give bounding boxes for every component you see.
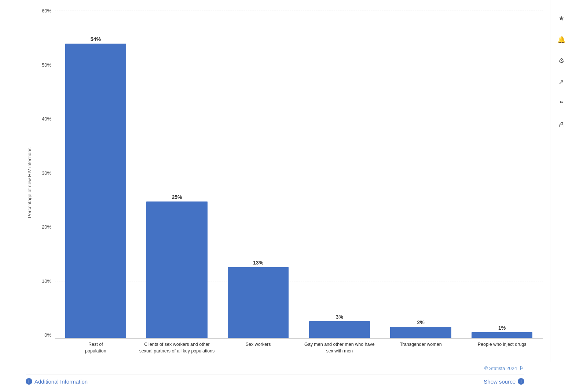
bar-group: 2%	[380, 11, 462, 338]
x-label: Gay men and other men who have sex with …	[299, 341, 380, 354]
bar	[65, 44, 126, 338]
x-label: Sex workers	[217, 341, 299, 354]
flag-icon: 🏳	[519, 365, 524, 371]
bar-value: 13%	[253, 260, 263, 266]
star-icon[interactable]: ★	[554, 11, 569, 26]
bar	[309, 321, 370, 338]
bar-group: 13%	[217, 11, 299, 338]
sidebar: ★🔔⚙↗❝🖨	[550, 0, 572, 362]
grid-label: 30%	[37, 170, 51, 176]
show-source-button[interactable]: Show source i	[484, 378, 524, 385]
bar-group: 54%	[55, 11, 136, 338]
print-icon[interactable]: 🖨	[554, 117, 569, 132]
bar-value: 25%	[172, 194, 182, 200]
bar	[146, 201, 207, 338]
y-axis-label: Percentage of new HIV infections	[26, 11, 33, 354]
bar-value: 2%	[417, 319, 424, 325]
info-icon: i	[26, 378, 32, 385]
bar-group: 3%	[299, 11, 380, 338]
gear-icon[interactable]: ⚙	[554, 53, 569, 68]
grid-label: 40%	[37, 116, 51, 122]
share-icon[interactable]: ↗	[554, 75, 569, 89]
bar-value: 54%	[91, 36, 101, 42]
bar	[472, 332, 532, 338]
bar-value: 3%	[336, 314, 343, 320]
bar-group: 1%	[461, 11, 543, 338]
grid-label: 20%	[37, 224, 51, 230]
source-info-icon: i	[518, 378, 524, 385]
statista-credit: © Statista 2024 🏳	[26, 365, 524, 373]
grid-label: 10%	[37, 278, 51, 284]
x-label: People who inject drugs	[461, 341, 543, 354]
bar-group: 25%	[136, 11, 218, 338]
bar	[390, 327, 451, 338]
grid-label: 50%	[37, 62, 51, 68]
bar-value: 1%	[498, 325, 506, 331]
bar	[228, 267, 289, 338]
additional-info-button[interactable]: i Additional Information	[26, 378, 88, 385]
grid-label: 0%	[37, 332, 51, 338]
x-label: Transgender women	[380, 341, 462, 354]
quote-icon[interactable]: ❝	[554, 96, 569, 111]
grid-label: 60%	[37, 8, 51, 14]
x-label: Clients of sex workers and other sexual …	[136, 341, 218, 354]
x-label: Rest ofpopulation	[55, 341, 136, 354]
bell-icon[interactable]: 🔔	[554, 32, 569, 47]
